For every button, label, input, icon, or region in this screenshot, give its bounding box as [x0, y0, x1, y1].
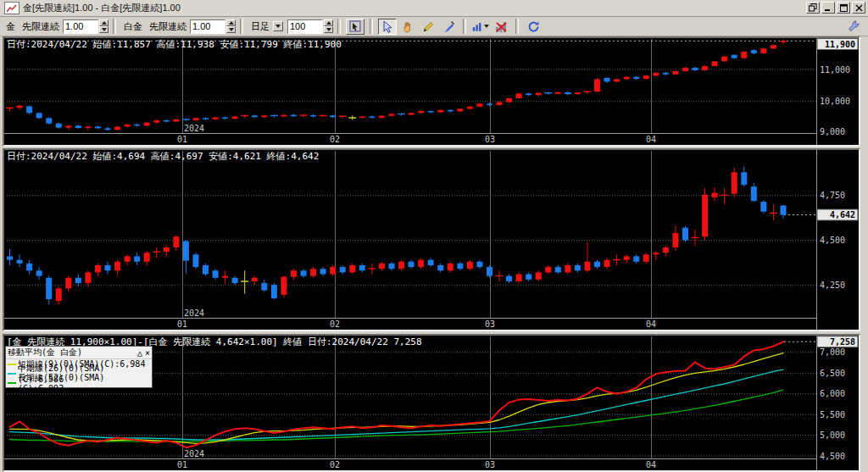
svg-text:04: 04	[646, 460, 656, 469]
pencil-tool-icon	[422, 20, 435, 33]
svg-text:7,000: 7,000	[820, 347, 845, 357]
gold-multiplier-input[interactable]	[63, 19, 98, 34]
remove-chart-icon	[495, 20, 508, 33]
brush-tool-button[interactable]	[439, 19, 458, 35]
gold-multiplier-spinbox	[63, 19, 108, 34]
gold-series-label: 先限連続	[22, 20, 59, 33]
svg-text:4,250: 4,250	[820, 280, 845, 290]
platinum-series-label: 先限連続	[149, 20, 186, 33]
bar-chart-icon	[472, 20, 482, 33]
period-label: 日足	[251, 20, 270, 33]
svg-text:5,500: 5,500	[820, 410, 845, 419]
svg-text:02: 02	[330, 135, 340, 144]
svg-text:03: 03	[485, 460, 495, 469]
toolbar-separator	[337, 19, 341, 34]
svg-text:01: 01	[177, 319, 187, 329]
platinum-multiplier-spinbox	[190, 19, 236, 34]
refresh-icon	[527, 20, 540, 33]
toolbar: 金 先限連続 白金 先限連続 日足	[0, 17, 868, 36]
gold-multiplier-spin-up[interactable]	[99, 19, 108, 26]
svg-text:2024: 2024	[184, 124, 204, 133]
window-title: 金[先限連続]1.00 - 白金[先限連続]1.00	[23, 2, 181, 14]
toolbar-separator	[515, 19, 519, 34]
platinum-candlestick-chart[interactable]: 4,7504,5004,2500102030420244,642	[4, 150, 859, 330]
legend-close-button[interactable]: ×	[145, 347, 150, 358]
svg-text:5,000: 5,000	[820, 430, 845, 440]
toolbar-separator	[370, 19, 373, 34]
platinum-chart-header: 日付:2024/04/22 始値:4,694 高値:4,697 安値:4,621…	[7, 150, 319, 163]
svg-text:10,000: 10,000	[820, 97, 850, 106]
svg-text:11,000: 11,000	[820, 65, 850, 75]
platinum-multiplier-input[interactable]	[190, 19, 225, 34]
svg-text:6,500: 6,500	[820, 369, 845, 378]
bar-count-spin-down[interactable]	[324, 26, 333, 33]
chart-app-icon	[4, 2, 19, 14]
svg-text:9,000: 9,000	[820, 127, 845, 136]
chart-type-button[interactable]	[471, 19, 490, 35]
long-ma-swatch	[8, 382, 16, 384]
pointer-tool-icon	[381, 20, 394, 33]
wrench-icon	[847, 19, 860, 32]
svg-text:11,900: 11,900	[825, 40, 855, 49]
platinum-multiplier-spin-down[interactable]	[226, 26, 236, 33]
settings-wrench-button[interactable]	[843, 18, 862, 34]
svg-text:4,500: 4,500	[820, 452, 845, 461]
toolbar-separator	[240, 19, 243, 34]
platinum-multiplier-spin-up[interactable]	[226, 19, 236, 26]
bar-count-input[interactable]	[287, 19, 323, 34]
svg-text:01: 01	[177, 135, 187, 144]
legend-item-long: 長期線(52)(0)(SMA)(C):6,093	[6, 378, 152, 387]
close-button[interactable]	[852, 2, 865, 14]
bar-count-spin-up[interactable]	[324, 19, 333, 26]
svg-text:7,258: 7,258	[830, 337, 855, 347]
toolbar-separator	[113, 19, 116, 34]
platinum-chart-panel: 4,7504,5004,2500102030420244,642 日付:2024…	[3, 148, 860, 331]
brush-tool-icon	[442, 20, 455, 33]
hand-tool-icon	[402, 20, 415, 33]
ma-legend: 移動平均(金 白金) △ × 短期線(9)(0)(SMA)(C):6,984 中…	[5, 346, 153, 388]
titlebar: 金[先限連続]1.00 - 白金[先限連続]1.00	[0, 0, 868, 17]
svg-text:01: 01	[177, 460, 187, 469]
ma-legend-title: 移動平均(金 白金)	[8, 347, 82, 358]
remove-indicator-button[interactable]	[492, 19, 510, 35]
svg-text:02: 02	[330, 460, 340, 469]
hand-tool-button[interactable]	[398, 19, 417, 35]
short-ma-swatch	[8, 364, 16, 365]
platinum-symbol-label: 白金	[124, 20, 142, 33]
gold-symbol-label: 金	[6, 20, 15, 33]
svg-text:02: 02	[330, 319, 340, 329]
select-tool-button[interactable]	[346, 19, 364, 35]
svg-text:4,750: 4,750	[820, 191, 845, 200]
svg-text:04: 04	[646, 319, 656, 329]
svg-text:2024: 2024	[184, 308, 204, 318]
svg-text:03: 03	[485, 319, 495, 329]
chart-window: 金[先限連続]1.00 - 白金[先限連続]1.00 金 先限連続	[0, 0, 868, 472]
svg-text:4,500: 4,500	[820, 236, 845, 245]
maximize-button[interactable]	[837, 2, 850, 14]
period-dropdown-button[interactable]	[273, 21, 283, 31]
gold-multiplier-spin-down[interactable]	[99, 26, 108, 33]
cascade-windows-button[interactable]	[806, 2, 820, 14]
minimize-button[interactable]	[821, 2, 835, 14]
bar-count-spinbox	[287, 19, 333, 34]
select-tool-icon	[349, 20, 362, 33]
spread-chart-panel: 7,0006,5006,0005,5005,0004,5000102030420…	[3, 334, 860, 472]
legend-collapse-button[interactable]: △	[137, 347, 142, 358]
pencil-tool-button[interactable]	[419, 19, 437, 35]
gold-candlestick-chart[interactable]: 11,00010,0009,00001020304202411,900	[4, 38, 859, 145]
pointer-tool-button[interactable]	[378, 19, 397, 35]
svg-text:6,000: 6,000	[820, 389, 845, 398]
svg-text:04: 04	[646, 135, 656, 144]
svg-text:2024: 2024	[184, 449, 204, 458]
refresh-button[interactable]	[524, 19, 542, 35]
chart-type-dropdown-arrow	[484, 25, 489, 28]
gold-chart-header: 日付:2024/04/22 始値:11,857 高値:11,938 安値:11,…	[7, 38, 342, 51]
mid-ma-swatch	[8, 373, 16, 375]
svg-text:03: 03	[485, 135, 495, 144]
svg-text:4,642: 4,642	[830, 210, 855, 219]
gold-chart-panel: 11,00010,0009,00001020304202411,900 日付:2…	[3, 36, 860, 147]
toolbar-separator	[463, 19, 466, 34]
